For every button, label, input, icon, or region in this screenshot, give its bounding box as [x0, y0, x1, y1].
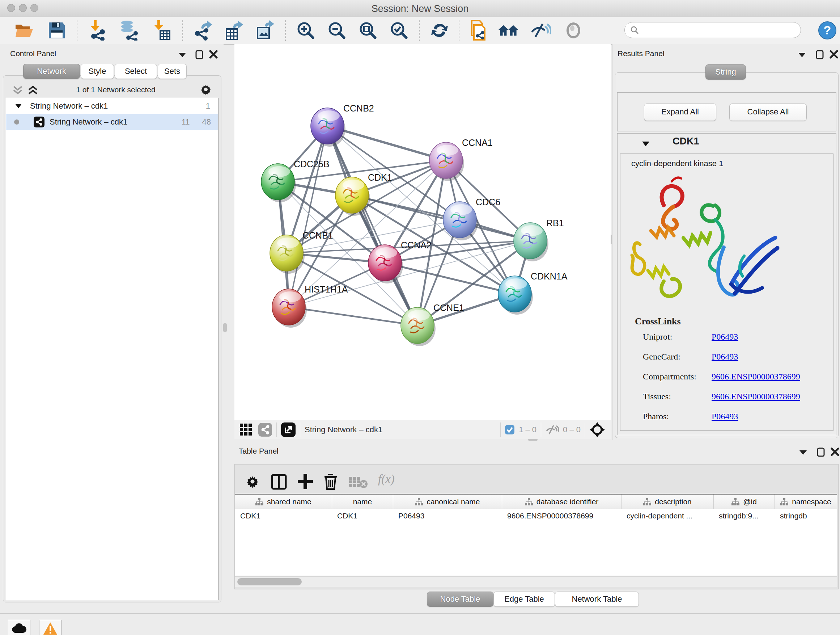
close-table-icon[interactable]: [831, 448, 839, 456]
function-builder-icon[interactable]: f(x): [378, 472, 395, 486]
table-cell[interactable]: 9606.ENSP00000378699: [502, 509, 622, 523]
node-label-CCNA2: CCNA2: [401, 240, 431, 250]
table-gear-icon[interactable]: [246, 475, 259, 488]
tab-style[interactable]: Style: [81, 64, 114, 79]
node-CCNB1[interactable]: CCNB1: [270, 230, 333, 274]
node-HIST1H1A[interactable]: HIST1H1A: [272, 284, 348, 328]
close-results-icon[interactable]: [829, 50, 838, 59]
tree-expand-icon[interactable]: [15, 103, 22, 109]
edge-CCNB2-HIST1H1A[interactable]: [289, 126, 327, 307]
node-CDC6[interactable]: CDC6: [443, 197, 500, 241]
column-header--id[interactable]: @id: [714, 494, 775, 509]
table-row[interactable]: CDK1CDK1P064939606.ENSP00000378699cyclin…: [235, 509, 837, 523]
node-CCNB2[interactable]: CCNB2: [311, 103, 374, 147]
zoom-fit-icon[interactable]: [357, 20, 378, 41]
column-panel-icon[interactable]: [271, 474, 287, 490]
birds-eye-icon[interactable]: [590, 422, 605, 437]
network-row[interactable]: String Network – cdk1 11 48: [6, 114, 218, 130]
tab-sets[interactable]: Sets: [158, 64, 187, 79]
clone-network-icon[interactable]: [467, 20, 488, 41]
help-icon[interactable]: ?: [817, 20, 838, 41]
edge-CDK1-RB1[interactable]: [352, 195, 531, 241]
column-header-database-identifier[interactable]: database identifier: [502, 494, 622, 509]
column-header-namespace[interactable]: namespace: [775, 494, 837, 509]
save-session-icon[interactable]: [46, 20, 67, 41]
hidden-eye-icon[interactable]: [546, 424, 559, 435]
export-image-icon[interactable]: [255, 20, 276, 41]
table-cell[interactable]: CDK1: [332, 509, 393, 523]
import-network-file-icon[interactable]: [88, 20, 109, 41]
node-CDKN1A[interactable]: CDKN1A: [498, 271, 568, 315]
detach-view-icon[interactable]: [281, 423, 295, 437]
warning-button[interactable]: [39, 620, 62, 635]
delete-column-icon[interactable]: [323, 473, 338, 490]
import-network-database-icon[interactable]: [118, 20, 140, 41]
table-cell[interactable]: stringdb: [775, 509, 837, 523]
float-results-icon[interactable]: [816, 50, 824, 59]
add-column-icon[interactable]: [297, 473, 314, 490]
column-header-description[interactable]: description: [622, 494, 714, 509]
share-view-icon[interactable]: [258, 423, 272, 437]
tab-string[interactable]: String: [706, 65, 746, 80]
tab-network-table[interactable]: Network Table: [555, 592, 639, 607]
grid-mode-icon[interactable]: [240, 423, 253, 436]
table-cell[interactable]: P06493: [393, 509, 502, 523]
edge-HIST1H1A-CCNE1[interactable]: [289, 307, 417, 325]
expand-all-chevron-icon[interactable]: [27, 86, 38, 95]
node-CCNE1[interactable]: CCNE1: [401, 302, 464, 346]
left-splitter-handle[interactable]: [223, 323, 227, 333]
crosslink-link[interactable]: P06493: [712, 332, 738, 342]
tab-network[interactable]: Network: [23, 64, 80, 79]
close-panel-icon[interactable]: [209, 50, 218, 59]
collapse-results-icon[interactable]: [798, 52, 806, 58]
selected-checkbox-icon[interactable]: [505, 425, 515, 434]
network-collection-row[interactable]: String Network – cdk1 1: [6, 98, 218, 114]
crosslink-link[interactable]: P06493: [712, 412, 738, 421]
collapse-table-icon[interactable]: [799, 450, 807, 455]
gene-collapse-icon[interactable]: [641, 141, 650, 147]
gear-icon[interactable]: [200, 83, 212, 96]
zoom-out-icon[interactable]: [326, 20, 347, 41]
cloud-button[interactable]: [8, 620, 30, 635]
collapse-all-button[interactable]: Collapse All: [729, 103, 807, 121]
home-neighbors-icon[interactable]: [498, 20, 519, 41]
crosslink-link[interactable]: P06493: [712, 352, 738, 362]
column-header-canonical-name[interactable]: canonical name: [393, 494, 502, 509]
network-selected-info: 1 of 1 Network selected: [47, 86, 185, 94]
import-table-icon[interactable]: [152, 20, 173, 41]
show-hidden-eye-icon[interactable]: [563, 20, 584, 41]
expand-all-button[interactable]: Expand All: [644, 103, 716, 121]
collapse-all-chevron-icon[interactable]: [12, 86, 23, 95]
export-network-icon[interactable]: [193, 20, 213, 41]
zoom-selected-icon[interactable]: [388, 20, 409, 41]
control-panel-tabs: NetworkStyleSelectSets: [23, 64, 187, 79]
table-cell[interactable]: stringdb:9...: [714, 509, 775, 523]
search-field[interactable]: [624, 22, 801, 38]
export-table-icon[interactable]: [224, 20, 245, 41]
refresh-icon[interactable]: [429, 20, 450, 41]
tab-edge-table[interactable]: Edge Table: [493, 592, 555, 607]
tab-node-table[interactable]: Node Table: [427, 592, 493, 607]
table-cell[interactable]: cyclin-dependent ...: [622, 509, 714, 523]
column-header-shared-name[interactable]: shared name: [235, 494, 332, 509]
node-CDK1[interactable]: CDK1: [335, 172, 392, 216]
delete-table-icon[interactable]: [349, 476, 368, 488]
tab-select[interactable]: Select: [115, 64, 157, 79]
search-input[interactable]: [639, 25, 793, 35]
float-table-icon[interactable]: [817, 448, 825, 457]
network-graph[interactable]: CCNB2CCNA1CDC25BCDK1CDC6RB1CCNB1CCNA2CDK…: [234, 44, 611, 420]
float-panel-icon[interactable]: [195, 50, 203, 59]
node-RB1[interactable]: RB1: [514, 218, 564, 261]
column-header-name[interactable]: name: [332, 494, 393, 509]
zoom-in-icon[interactable]: [295, 20, 316, 41]
hide-selected-eye-icon[interactable]: [531, 20, 551, 41]
collapse-panel-icon[interactable]: [178, 52, 187, 58]
table-cell[interactable]: CDK1: [235, 509, 332, 523]
crosslink-link[interactable]: 9606.ENSP00000378699: [712, 372, 800, 382]
open-session-icon[interactable]: [14, 20, 35, 41]
node-CCNA2[interactable]: CCNA2: [368, 240, 431, 283]
network-canvas[interactable]: CCNB2CCNA1CDC25BCDK1CDC6RB1CCNB1CCNA2CDK…: [234, 44, 611, 420]
hscroll-thumb[interactable]: [237, 578, 302, 585]
crosslink-link[interactable]: 9606.ENSP00000378699: [712, 392, 800, 402]
table-hscrollbar[interactable]: [235, 576, 837, 587]
